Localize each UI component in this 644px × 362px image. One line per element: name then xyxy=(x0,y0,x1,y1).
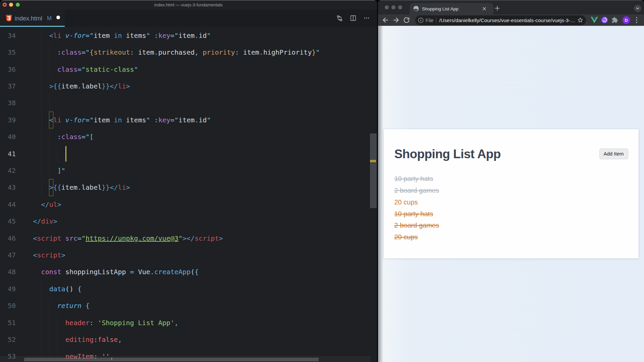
code-text: return { xyxy=(33,297,90,314)
line-number: 40 xyxy=(0,128,16,145)
horizontal-scrollbar[interactable] xyxy=(24,358,319,361)
url-scheme-label: File xyxy=(426,15,434,25)
shopping-list-card: Shopping List App Add Item 10 party hats… xyxy=(384,129,639,258)
code-text: ]" xyxy=(33,162,65,179)
shopping-list-item[interactable]: 10 party hats xyxy=(394,208,439,220)
editor-window: index.html — vuejs-3-fundamentals index.… xyxy=(0,0,377,362)
shopping-list-item[interactable]: 2 board games xyxy=(394,185,439,196)
tab-close-icon[interactable] xyxy=(481,6,487,12)
code-text: header: 'Shopping List App', xyxy=(33,314,179,331)
code-text: <script> xyxy=(33,247,65,264)
line-number: 45 xyxy=(0,213,16,230)
line-number: 36 xyxy=(0,61,16,78)
line-number: 39 xyxy=(0,112,16,129)
editor-tab-filename: index.html xyxy=(15,9,42,27)
code-editor[interactable]: 34 <li v-for="item in items" :key="item.… xyxy=(0,27,377,362)
code-line-51: 51 header: 'Shopping List App', xyxy=(0,314,371,331)
code-text: const shoppingListApp = Vue.createApp({ xyxy=(33,263,199,281)
tab-search-button[interactable] xyxy=(634,5,641,12)
code-text: editing:false, xyxy=(33,331,122,348)
shopping-list-item[interactable]: 2 board games xyxy=(394,220,439,231)
code-line-34: 34 <li v-for="item in items" :key="item.… xyxy=(0,27,371,44)
line-number: 41 xyxy=(0,145,16,163)
split-editor-icon[interactable] xyxy=(350,15,356,21)
code-line-43: 43 >{{item.label}}</li> xyxy=(0,179,371,196)
code-line-49: 49 data() { xyxy=(0,281,371,298)
shopping-list-item[interactable]: 10 party hats xyxy=(394,173,439,185)
vertical-scrollbar[interactable] xyxy=(370,133,377,208)
browser-window: Shopping List App File /Users/danielkell… xyxy=(378,0,644,362)
editor-titlebar: index.html — vuejs-3-fundamentals xyxy=(0,0,377,9)
line-number: 37 xyxy=(0,78,16,95)
window-edge-highlight xyxy=(378,0,644,1)
line-number: 34 xyxy=(0,27,16,44)
shopping-list-item[interactable]: 20 cups xyxy=(394,196,439,208)
line-number: 48 xyxy=(0,263,16,281)
new-tab-button[interactable] xyxy=(495,6,500,12)
code-text: </div> xyxy=(33,213,57,230)
window-seam-shadow xyxy=(378,26,383,362)
code-text: data() { xyxy=(33,281,82,298)
code-text: <script src="https://unpkg.com/vue@3"></… xyxy=(33,230,223,247)
overview-cursor-mark xyxy=(370,160,376,162)
browser-tabstrip: Shopping List App xyxy=(378,0,644,14)
code-line-36: 36 class="static-class" xyxy=(0,61,371,78)
minimize-button[interactable] xyxy=(391,5,395,9)
code-text: >{{item.label}}</li> xyxy=(33,78,130,95)
code-text: :class="{strikeout: item.purchased, prio… xyxy=(33,44,320,61)
code-line-40: 40 :class="[ xyxy=(0,128,371,145)
svg-text:D: D xyxy=(625,18,628,23)
code-text xyxy=(33,95,57,112)
code-line-47: 47<script> xyxy=(0,247,371,264)
code-text: class="static-class" xyxy=(33,61,138,78)
text-cursor xyxy=(65,146,66,162)
code-line-52: 52 editing:false, xyxy=(0,331,371,348)
shopping-list-item[interactable]: 20 cups xyxy=(394,231,439,243)
window-edge-highlight xyxy=(0,0,377,1)
url-path: /Users/danielkelly/Courses/vue-essential… xyxy=(439,15,576,25)
close-button[interactable] xyxy=(385,5,389,9)
code-line-35: 35 :class="{strikeout: item.purchased, p… xyxy=(0,44,371,61)
line-number: 47 xyxy=(0,247,16,264)
line-number: 49 xyxy=(0,281,16,298)
url-separator xyxy=(436,17,436,23)
browser-tab-title: Shopping List App xyxy=(422,3,459,14)
line-number: 50 xyxy=(0,297,16,314)
browser-toolbar: File /Users/danielkelly/Courses/vue-esse… xyxy=(378,14,644,26)
address-bar[interactable]: File /Users/danielkelly/Courses/vue-esse… xyxy=(415,15,586,25)
web-page: Shopping List App Add Item 10 party hats… xyxy=(378,26,644,362)
line-number: 38 xyxy=(0,95,16,112)
code-text: <li v-for="item in items" :key="item.id" xyxy=(33,27,211,44)
line-number: 35 xyxy=(0,44,16,61)
page-title: Shopping List App xyxy=(394,147,501,161)
line-number: 44 xyxy=(0,196,16,213)
code-line-48: 48 const shoppingListApp = Vue.createApp… xyxy=(0,263,371,281)
add-item-button[interactable]: Add Item xyxy=(599,148,628,159)
code-line-41: 41 xyxy=(0,145,371,163)
code-text xyxy=(33,145,65,163)
code-line-46: 46<script src="https://unpkg.com/vue@3">… xyxy=(0,230,371,247)
more-actions-icon[interactable] xyxy=(364,15,370,21)
line-number: 43 xyxy=(0,179,16,196)
editor-tabbar: index.html M xyxy=(0,9,377,27)
code-line-39: 39 <li v-for="item in items" :key="item.… xyxy=(0,112,371,129)
open-changes-icon[interactable] xyxy=(336,15,343,21)
code-line-42: 42 ]" xyxy=(0,162,371,179)
browser-tab[interactable]: Shopping List App xyxy=(410,3,493,14)
editor-tab-indexhtml[interactable]: index.html M xyxy=(0,9,65,27)
line-number: 52 xyxy=(0,331,16,348)
shopping-list: 10 party hats2 board games20 cups10 part… xyxy=(394,173,439,243)
code-line-45: 45</div> xyxy=(0,213,371,230)
code-text: <li v-for="item in items" :key="item.id" xyxy=(33,112,211,129)
code-line-38: 38 xyxy=(0,95,371,112)
code-line-50: 50 return { xyxy=(0,297,371,314)
code-text: :class="[ xyxy=(33,128,94,145)
line-number: 42 xyxy=(0,162,16,179)
unsaved-changes-dot[interactable] xyxy=(56,15,60,19)
git-modified-badge: M xyxy=(47,9,52,27)
code-line-44: 44 </ul> xyxy=(0,196,371,213)
code-line-37: 37 >{{item.label}}</li> xyxy=(0,78,371,95)
code-text: >{{item.label}}</li> xyxy=(33,179,130,196)
zoom-button[interactable] xyxy=(398,5,402,9)
line-number: 46 xyxy=(0,230,16,247)
